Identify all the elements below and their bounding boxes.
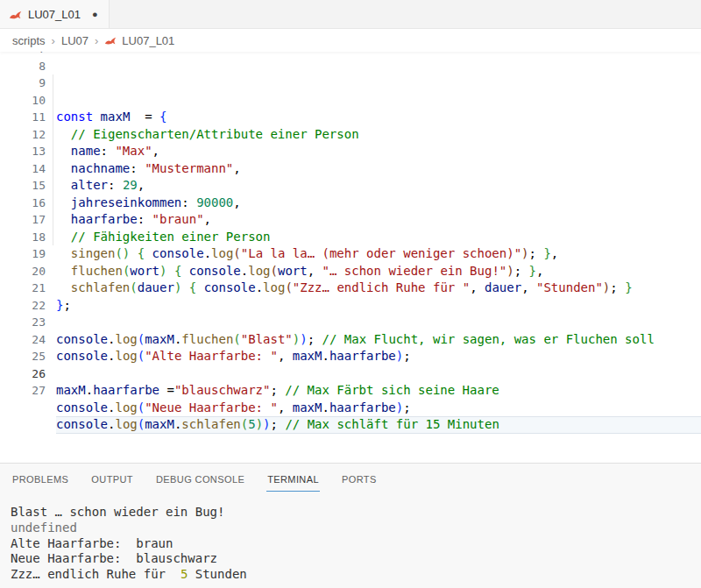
terminal-line: Neue Haarfarbe: blauschwarz	[11, 551, 701, 567]
file-icon	[104, 34, 117, 47]
line-number[interactable]: 27	[0, 382, 46, 400]
breadcrumb-scripts[interactable]: scripts	[12, 34, 46, 47]
breadcrumb-lu07[interactable]: LU07	[61, 34, 89, 47]
modified-dot-icon[interactable]: ●	[92, 10, 98, 19]
panel-tab-problems[interactable]: PROBLEMS	[11, 466, 69, 492]
code-lines: const maxM = { // Eigenscharten/Attribut…	[46, 52, 701, 450]
line-number[interactable]: 17	[0, 211, 46, 229]
panel-tab-output[interactable]: OUTPUT	[90, 466, 134, 492]
terminal-line: Zzz… endlich Ruhe für 5 Stunden	[11, 567, 701, 583]
tab-label: LU07_L01	[28, 8, 81, 21]
line-number[interactable]: 23	[0, 314, 46, 331]
editor-tab-bar: LU07_L01 ●	[0, 0, 701, 29]
code-line[interactable]: schlafen(dauer) { console.log("Zzz… endl…	[56, 280, 701, 297]
line-number[interactable]: 10	[0, 92, 46, 110]
terminal-output[interactable]: Blast … schon wieder ein Bug!undefinedAl…	[0, 494, 701, 583]
line-number[interactable]: 9	[0, 74, 46, 92]
line-number[interactable]: 8	[0, 58, 46, 75]
code-line[interactable]	[56, 314, 701, 331]
breadcrumb-file[interactable]: LU07_L01	[104, 34, 174, 47]
panel-tab-bar: PROBLEMSOUTPUTDEBUG CONSOLETERMINALPORTS	[0, 464, 701, 494]
line-number[interactable]: 11	[0, 109, 46, 126]
code-line[interactable]: fluchen(wort) { console.log(wort, "… sch…	[56, 263, 701, 280]
code-line[interactable]: console.log(maxM.fluchen("Blast")); // M…	[56, 331, 701, 349]
line-number[interactable]: 14	[0, 160, 46, 178]
code-line[interactable]: haarfarbe: "braun",	[56, 211, 701, 229]
line-number[interactable]: 26	[0, 365, 46, 383]
terminal-line: undefined	[11, 521, 701, 536]
line-number[interactable]: 25	[0, 348, 46, 365]
terminal-line: Blast … schon wieder ein Bug!	[11, 505, 701, 521]
line-number[interactable]: 24	[0, 331, 46, 349]
code-line[interactable]: const maxM = {	[56, 109, 701, 126]
file-icon	[9, 8, 22, 21]
line-number[interactable]: 18	[0, 229, 46, 246]
gutter: 789101112131415161718192021222324252627	[0, 52, 46, 450]
tab-lu07-l01[interactable]: LU07_L01 ●	[0, 0, 110, 28]
code-line[interactable]: console.log(maxM.schlafen(5)); // Max sc…	[56, 416, 701, 434]
code-line[interactable]: console.log("Neue Haarfarbe: ", maxM.haa…	[56, 400, 701, 417]
code-line[interactable]	[56, 365, 701, 383]
line-number[interactable]: 21	[0, 280, 46, 297]
chevron-right-icon: ›	[95, 34, 98, 47]
code-line[interactable]: maxM.haarfarbe ="blauschwarz"; // Max Fä…	[56, 382, 701, 400]
code-line[interactable]	[56, 92, 701, 110]
panel-tab-terminal[interactable]: TERMINAL	[266, 466, 320, 492]
indent-guide	[53, 74, 53, 245]
panel-tab-debug-console[interactable]: DEBUG CONSOLE	[155, 466, 245, 492]
bottom-panel: PROBLEMSOUTPUTDEBUG CONSOLETERMINALPORTS…	[0, 463, 701, 588]
line-number[interactable]: 22	[0, 297, 46, 315]
line-number[interactable]: 19	[0, 245, 46, 263]
code-line[interactable]: jahreseinkommen: 90000,	[56, 195, 701, 212]
breadcrumb: scripts › LU07 › LU07_L01	[0, 29, 701, 52]
line-number[interactable]: 13	[0, 143, 46, 160]
terminal-line: Alte Haarfarbe: braun	[11, 536, 701, 552]
code-line[interactable]: };	[56, 297, 701, 315]
code-line[interactable]: // Fähigkeiten einer Person	[56, 229, 701, 246]
code-line[interactable]: name: "Max",	[56, 143, 701, 160]
code-line[interactable]: alter: 29,	[56, 177, 701, 195]
code-editor[interactable]: 789101112131415161718192021222324252627 …	[0, 52, 701, 463]
breadcrumb-file-label: LU07_L01	[122, 34, 174, 47]
panel-tab-ports[interactable]: PORTS	[341, 466, 378, 492]
line-number[interactable]: 15	[0, 177, 46, 195]
code-line[interactable]: singen() { console.log("La la la… (mehr …	[56, 245, 701, 263]
code-line[interactable]: // Eigenscharten/Attribute einer Person	[56, 126, 701, 144]
line-number[interactable]: 12	[0, 126, 46, 144]
code-line[interactable]	[56, 434, 701, 451]
chevron-right-icon: ›	[52, 34, 55, 47]
vscode-window: LU07_L01 ● scripts › LU07 › LU07_L01 789…	[0, 0, 701, 588]
line-number[interactable]: 16	[0, 195, 46, 212]
line-number[interactable]: 20	[0, 263, 46, 280]
code-line[interactable]: nachname: "Mustermann",	[56, 160, 701, 178]
code-line[interactable]: console.log("Alte Haarfarbe: ", maxM.haa…	[56, 348, 701, 365]
